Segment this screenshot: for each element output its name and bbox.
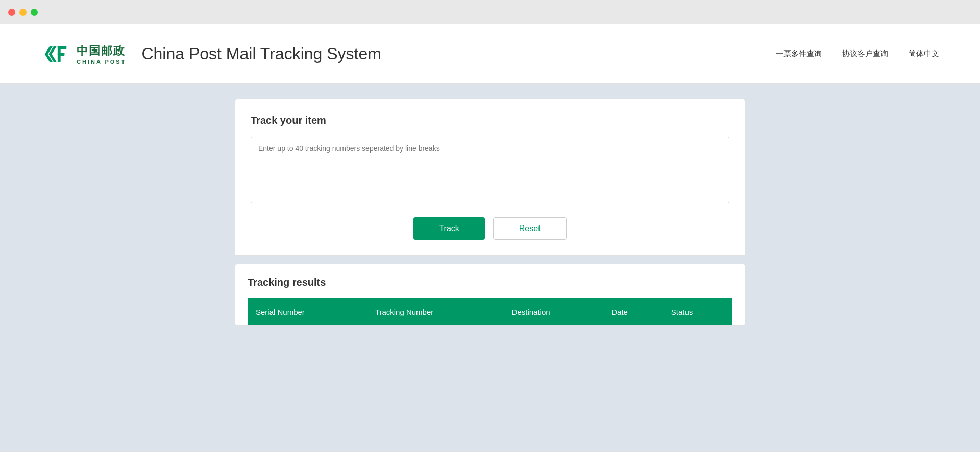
logo-chinese-text: 中国邮政 [77,43,126,59]
results-section-title: Tracking results [248,277,732,288]
button-row: Track Reset [251,217,729,240]
track-form-card: Track your item Track Reset [235,99,745,256]
results-table-header: Serial Number Tracking Number Destinatio… [248,298,732,325]
nav-language[interactable]: 简体中文 [909,49,939,59]
content-area: Track your item Track Reset Tracking res… [235,99,745,326]
results-card: Tracking results Serial Number Tracking … [235,264,745,326]
site-title: China Post Mail Tracking System [141,44,776,63]
close-button[interactable] [8,9,15,16]
china-post-logo-icon [41,39,70,69]
track-button[interactable]: Track [413,217,484,240]
col-serial-number: Serial Number [248,298,367,325]
track-section-title: Track your item [251,115,729,127]
logo-text-block: 中国邮政 CHINA POST [77,43,126,65]
col-destination: Destination [504,298,604,325]
nav-links: 一票多件查询 协议客户查询 简体中文 [776,49,939,59]
col-date: Date [603,298,663,325]
tracking-number-input[interactable] [251,137,729,203]
svg-rect-5 [58,53,65,56]
minimize-button[interactable] [19,9,27,16]
logo-english-text: CHINA POST [77,59,126,65]
nav-protocol-query[interactable]: 协议客户查询 [842,49,888,59]
svg-rect-4 [58,46,66,49]
maximize-button[interactable] [31,9,38,16]
logo-area: 中国邮政 CHINA POST [41,39,126,69]
nav-multi-query[interactable]: 一票多件查询 [776,49,822,59]
results-table: Serial Number Tracking Number Destinatio… [248,298,732,325]
col-status: Status [663,298,732,325]
results-table-header-row: Serial Number Tracking Number Destinatio… [248,298,732,325]
navbar: 中国邮政 CHINA POST China Post Mail Tracking… [0,24,980,84]
page-background: 中国邮政 CHINA POST China Post Mail Tracking… [0,24,980,452]
reset-button[interactable]: Reset [493,217,567,240]
window-chrome [0,0,980,24]
col-tracking-number: Tracking Number [367,298,504,325]
traffic-lights [8,9,38,16]
